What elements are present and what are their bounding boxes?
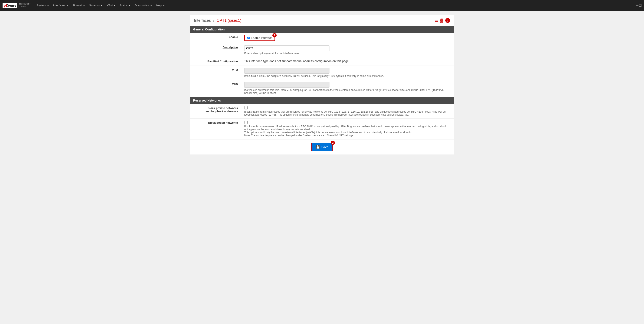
save-button-wrapper: 💾 Save 2: [311, 143, 333, 151]
mtu-row: MTU If this field is blank, the adapter'…: [190, 66, 454, 80]
mtu-value-cell: If this field is blank, the adapter's de…: [241, 66, 454, 80]
breadcrumb-parent: Interfaces: [194, 18, 211, 22]
nav-item-help[interactable]: Help ▾: [154, 3, 166, 8]
enable-interface-checkbox[interactable]: [247, 37, 250, 39]
help-icon[interactable]: ?: [445, 18, 450, 23]
block-private-label: Block private networks and loopback addr…: [190, 104, 241, 119]
mss-hint: If a value is entered in this field, the…: [244, 89, 451, 94]
nav-item-firewall[interactable]: Firewall ▾: [70, 3, 86, 8]
ipv4-ipv6-label: IPv4/IPv6 Configuration: [190, 57, 241, 66]
enable-row: Enable Enable interface 1: [190, 33, 454, 43]
enable-interface-wrapper: Enable interface 1: [244, 35, 275, 41]
nav-item-system[interactable]: System ▾: [35, 3, 51, 8]
block-bogon-row: Block bogon networks Blocks traffic from…: [190, 119, 454, 139]
nav-item-status[interactable]: Status ▾: [118, 3, 132, 8]
save-icon: 💾: [316, 145, 320, 149]
save-area: 💾 Save 2: [190, 139, 454, 155]
nav-menu: System ▾ Interfaces ▾ Firewall ▾ Service…: [35, 3, 636, 8]
logout-icon[interactable]: →□: [635, 3, 642, 8]
enable-interface-label: Enable interface: [251, 36, 272, 40]
reserved-networks-section: Reserved Networks Block private networks…: [190, 97, 454, 139]
logo: pfSense: [2, 3, 17, 8]
nav-item-diagnostics[interactable]: Diagnostics ▾: [133, 3, 154, 8]
enable-label: Enable: [190, 33, 241, 43]
brand: pfSense COMMUNITYEDITION: [2, 3, 30, 8]
general-config-section: General Configuration Enable Enable inte…: [190, 26, 454, 97]
block-bogon-checkbox[interactable]: [244, 121, 248, 124]
navbar: pfSense COMMUNITYEDITION System ▾ Interf…: [0, 0, 644, 11]
enable-value-cell: Enable interface 1: [241, 33, 454, 43]
general-config-header: General Configuration: [190, 26, 454, 33]
mss-row: MSS If a value is entered in this field,…: [190, 80, 454, 97]
block-bogon-checkbox-row: [244, 121, 451, 124]
mss-input[interactable]: [244, 82, 330, 88]
description-row: Description Enter a description (name) f…: [190, 43, 454, 57]
list-icon[interactable]: ☰: [435, 18, 438, 23]
general-config-table: Enable Enable interface 1 Description En…: [190, 33, 454, 97]
reserved-networks-header: Reserved Networks: [190, 97, 454, 104]
block-private-value-cell: Blocks traffic from IP addresses that ar…: [241, 104, 454, 119]
breadcrumb-separator: /: [213, 18, 214, 22]
description-input[interactable]: [244, 45, 330, 51]
block-private-row: Block private networks and loopback addr…: [190, 104, 454, 119]
reserved-networks-table: Block private networks and loopback addr…: [190, 104, 454, 139]
description-label: Description: [190, 43, 241, 57]
badge-1: 1: [272, 33, 277, 37]
mtu-input[interactable]: [244, 68, 330, 74]
save-label: Save: [321, 145, 328, 149]
save-button[interactable]: 💾 Save: [311, 143, 333, 151]
ipv4-ipv6-row: IPv4/IPv6 Configuration This interface t…: [190, 57, 454, 66]
block-private-checkbox-row: [244, 106, 451, 109]
mss-label: MSS: [190, 80, 241, 97]
page-header-icons: ☰ ▓ ?: [435, 18, 450, 23]
breadcrumb: Interfaces / OPT1 (ipsec1): [194, 18, 241, 23]
nav-item-services[interactable]: Services ▾: [87, 3, 104, 8]
page-header: Interfaces / OPT1 (ipsec1) ☰ ▓ ?: [190, 15, 454, 26]
mtu-label: MTU: [190, 66, 241, 80]
mtu-hint: If this field is blank, the adapter's de…: [244, 74, 451, 77]
nav-item-interfaces[interactable]: Interfaces ▾: [51, 3, 70, 8]
mss-value-cell: If a value is entered in this field, the…: [241, 80, 454, 97]
description-hint: Enter a description (name) for the inter…: [244, 52, 451, 55]
breadcrumb-current: OPT1 (ipsec1): [216, 18, 241, 22]
ipv4-ipv6-text: This interface type does not support man…: [241, 57, 454, 66]
badge-2: 2: [331, 141, 335, 145]
block-bogon-value-cell: Blocks traffic from reserved IP addresse…: [241, 119, 454, 139]
block-private-hint: Blocks traffic from IP addresses that ar…: [244, 110, 451, 116]
description-value-cell: Enter a description (name) for the inter…: [241, 43, 454, 57]
block-bogon-hint: Blocks traffic from reserved IP addresse…: [244, 125, 451, 137]
chart-icon[interactable]: ▓: [440, 18, 443, 23]
block-bogon-label: Block bogon networks: [190, 119, 241, 139]
nav-item-vpn[interactable]: VPN ▾: [105, 3, 117, 8]
block-private-checkbox[interactable]: [244, 106, 248, 109]
